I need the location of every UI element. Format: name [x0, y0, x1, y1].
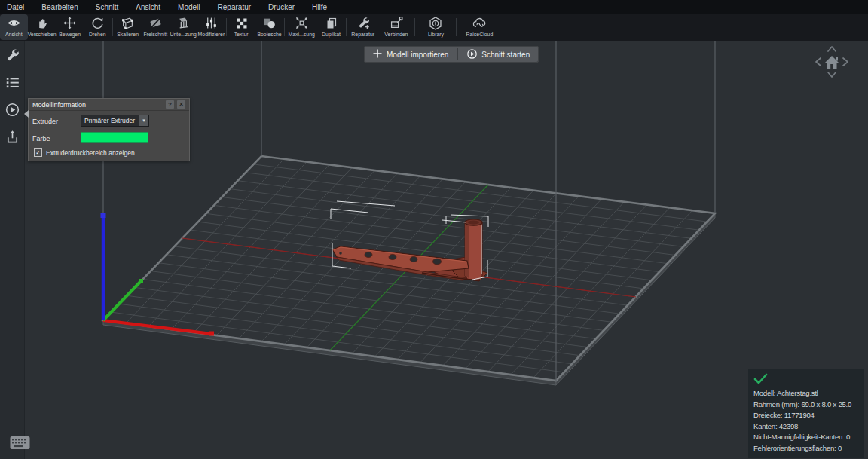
- import-model-button[interactable]: Modell importieren: [364, 46, 457, 63]
- rotate-icon: [91, 17, 104, 29]
- keyboard-icon: [10, 440, 30, 453]
- start-slice-label: Schnitt starten: [481, 50, 530, 59]
- boolean-icon: [263, 17, 276, 29]
- menu-datei[interactable]: Datei: [7, 3, 24, 11]
- tool-modifizierer[interactable]: Modifizierer: [197, 14, 225, 40]
- tool-verschieben[interactable]: Verschieben: [28, 14, 56, 40]
- extruder-selected-value: Primärer Extruder: [81, 117, 139, 124]
- status-bounds: Rahmen (mm): 69.0 x 8.0 x 25.0: [753, 399, 859, 411]
- maximize-icon: [295, 17, 308, 29]
- tool-label: Library: [427, 31, 443, 37]
- tool-drehen[interactable]: Drehen: [84, 14, 112, 40]
- library-icon: [429, 17, 442, 29]
- connect-icon: [390, 17, 403, 29]
- tool-reparatur[interactable]: Reparatur: [347, 14, 379, 40]
- toolbar-separator: [346, 18, 347, 36]
- checkbox-checked[interactable]: ✓: [34, 148, 42, 157]
- tool-ansicht[interactable]: Ansicht: [0, 14, 28, 40]
- panel-title: Modellinformation: [32, 101, 163, 109]
- toolbar-separator: [112, 18, 113, 36]
- checkbox-label: Extruderdruckbereich anzeigen: [46, 149, 135, 157]
- keyboard-shortcuts-button[interactable]: [10, 435, 30, 454]
- sidebar-model-settings-button[interactable]: [3, 48, 21, 65]
- scale-icon: [121, 17, 134, 29]
- tool-maximierung[interactable]: Maxi...sung: [286, 14, 317, 40]
- export-icon: [5, 130, 20, 147]
- tool-library[interactable]: Library: [416, 14, 455, 40]
- status-misoriented: Fehlerorientierungsflachen: 0: [753, 443, 859, 454]
- tool-raisecloud[interactable]: RaiseCloud: [457, 14, 501, 40]
- check-icon: [753, 375, 769, 387]
- extruder-color-swatch[interactable]: [81, 132, 148, 143]
- color-label: Farbe: [32, 135, 50, 142]
- chevron-down-icon[interactable]: ▾: [139, 115, 148, 126]
- sidebar-list-button[interactable]: [3, 75, 21, 92]
- tool-label: Ansicht: [5, 31, 23, 37]
- menu-bearbeiten[interactable]: Bearbeiten: [41, 3, 78, 11]
- status-triangles: Dreiecke: 11771904: [753, 410, 859, 421]
- status-nonmanifold: Nicht-Mannigfaltigkeit-Kanten: 0: [753, 432, 859, 443]
- show-extruder-area-row: ✓ Extruderdruckbereich anzeigen: [34, 148, 135, 157]
- panel-title-bar[interactable]: Modellinformation ? ✕: [29, 99, 189, 111]
- status-model-name: Modell: Achterstag.stl: [753, 388, 859, 399]
- sliders-icon: [205, 17, 218, 29]
- extruder-label: Extruder: [32, 118, 58, 125]
- view-nav-cluster: [811, 42, 853, 81]
- tool-label: Bewegen: [59, 31, 81, 37]
- tool-label: Verbinden: [384, 31, 408, 37]
- tool-duplikat[interactable]: Duplikat: [317, 14, 345, 40]
- menu-reparatur[interactable]: Reparatur: [218, 3, 251, 11]
- menu-drucker[interactable]: Drucker: [268, 3, 295, 11]
- toolbar-separator: [226, 18, 227, 36]
- rotate-right-chevron[interactable]: [843, 58, 848, 66]
- cut-plane-icon: [149, 17, 162, 29]
- menu-bar: Datei Bearbeiten Schnitt Ansicht Modell …: [0, 0, 868, 14]
- tool-label: Modifizierer: [198, 31, 225, 37]
- close-button[interactable]: ✕: [177, 100, 185, 109]
- menu-ansicht[interactable]: Ansicht: [136, 3, 160, 11]
- wrench-icon: [5, 48, 20, 66]
- toolbar-separator: [414, 18, 415, 36]
- tool-skalieren[interactable]: Skalieren: [114, 14, 142, 40]
- sidebar-export-button[interactable]: [3, 130, 21, 146]
- hand-icon: [36, 17, 48, 29]
- tool-verbinden[interactable]: Verbinden: [379, 14, 414, 40]
- tool-boolesche[interactable]: Boolesche: [255, 14, 283, 40]
- cloud-icon: [472, 17, 487, 29]
- tool-label: Verschieben: [28, 31, 57, 37]
- repair-icon: [357, 17, 370, 29]
- left-sidebar: [0, 41, 25, 459]
- rotate-left-chevron[interactable]: [816, 58, 821, 66]
- duplicate-icon: [326, 17, 338, 29]
- help-button[interactable]: ?: [166, 100, 174, 109]
- support-icon: [177, 17, 190, 29]
- start-slice-button[interactable]: Schnitt starten: [458, 46, 539, 63]
- menu-hilfe[interactable]: Hilfe: [312, 3, 327, 11]
- play-icon: [467, 49, 477, 60]
- model-info-panel: Modellinformation ? ✕ Extruder Primärer …: [28, 98, 190, 161]
- eye-icon: [8, 17, 20, 29]
- move-icon: [63, 17, 76, 29]
- tool-label: Maxi...sung: [288, 31, 314, 37]
- extruder-select[interactable]: Primärer Extruder ▾: [81, 115, 149, 127]
- tool-bewegen[interactable]: Bewegen: [56, 14, 84, 40]
- menu-modell[interactable]: Modell: [178, 3, 200, 11]
- tool-freischnitt[interactable]: Freischnitt: [142, 14, 170, 40]
- menu-schnitt[interactable]: Schnitt: [96, 3, 119, 11]
- import-model-label: Modell importieren: [387, 50, 448, 59]
- tool-label: Boolesche: [257, 31, 281, 37]
- panel-pointer: [24, 110, 29, 118]
- tool-unterstuetzung[interactable]: Unte...zung: [170, 14, 197, 40]
- rotate-up-chevron[interactable]: [828, 47, 836, 51]
- tool-label: Drehen: [89, 31, 106, 37]
- tool-label: Freischnitt: [144, 31, 168, 37]
- play-circle-icon: [5, 103, 20, 120]
- tool-label: RaiseCloud: [466, 31, 493, 37]
- sidebar-preview-button[interactable]: [3, 103, 21, 119]
- home-view-icon[interactable]: [825, 56, 839, 69]
- texture-icon: [236, 17, 248, 29]
- toolbar-separator: [456, 18, 457, 36]
- rotate-down-chevron[interactable]: [828, 72, 836, 77]
- tool-textur[interactable]: Textur: [228, 14, 255, 40]
- plus-icon: [373, 49, 382, 60]
